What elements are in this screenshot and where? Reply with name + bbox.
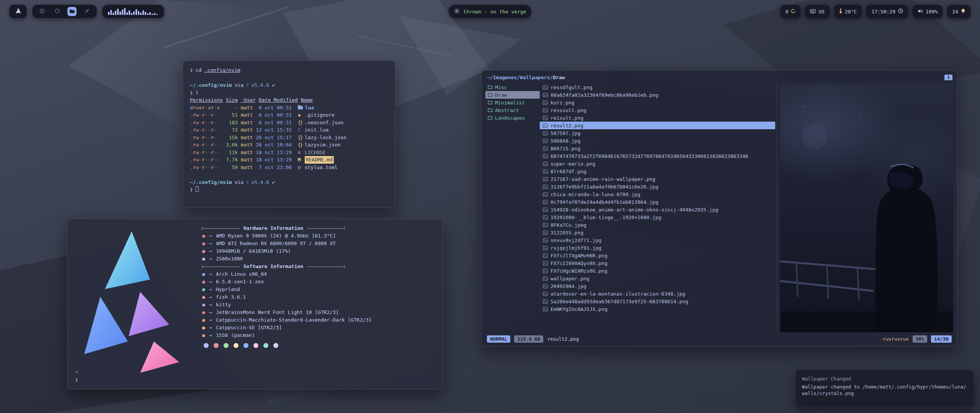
temperature-module[interactable]: 26°C — [834, 5, 862, 18]
file-item[interactable]: FXfcJlTXgAMvH6R.png — [540, 252, 775, 259]
image-file-icon — [543, 93, 548, 97]
file-item[interactable]: 217167-sad-anime-rain-wallpaper.png — [540, 175, 775, 183]
current-file-name: result2.png — [547, 336, 579, 342]
folder-item[interactable]: Draw — [485, 91, 540, 99]
file-item[interactable]: 19201080-__blue-tinge__-1920×1080.jpg — [540, 213, 775, 221]
system-info-panel: Hardware Information AMD Ryzen 9 5900X (… — [202, 224, 372, 348]
volume-module[interactable]: 100% — [912, 5, 943, 18]
clock-module[interactable]: 17:50:29 — [866, 5, 908, 18]
arrow-icon — [209, 286, 216, 293]
visualizer-bar — [126, 12, 128, 15]
file-item[interactable]: re1sult.png — [540, 114, 775, 122]
keyboard-layout-module[interactable]: US — [805, 5, 830, 18]
image-file-icon — [543, 200, 548, 204]
arrow-icon — [209, 247, 216, 255]
file-item[interactable]: 68747470733a2f2f696d616765732d7769786d70… — [540, 152, 775, 160]
speaker-icon — [918, 9, 923, 15]
software-info-row: 6.5.8-zen1-1-zen — [202, 278, 372, 286]
file-item[interactable]: wallpaper.png — [540, 275, 775, 282]
now-playing-label: thrown - on the verge — [463, 9, 526, 15]
file-item[interactable]: ressdfgult.png — [540, 83, 775, 91]
file-listing-row: .rw-r--r--15kmatt26 oct 15:17lazy-lock.j… — [190, 134, 395, 141]
image-file-icon — [543, 284, 548, 288]
visualizer-bar — [138, 11, 139, 15]
file-item[interactable]: 87r687df.png — [540, 167, 775, 175]
updates-module[interactable]: 0 — [780, 5, 801, 18]
file-item[interactable]: 0c794faf07de24a4db4d4fb1eb813964.jpg — [540, 198, 775, 206]
visualizer-bar — [124, 8, 126, 15]
file-item[interactable]: FXfcII0X0AQyn9X.png — [540, 259, 775, 267]
notification-popup[interactable]: Wallpaper Changed Wallpaper changed to /… — [795, 370, 974, 407]
file-item[interactable]: nnvuv0xj2df71.jpg — [540, 236, 775, 244]
palette-dot — [214, 343, 219, 348]
workspace-switcher — [32, 5, 97, 18]
workspace-button-chat[interactable] — [52, 7, 62, 16]
image-file-icon — [543, 307, 548, 311]
file-item[interactable]: kurz.png — [540, 99, 775, 106]
visualizer-bar — [145, 12, 146, 15]
file-listing-row: .rw-r--r--7,7kmatt18 oct 13:29README.md — [190, 156, 395, 164]
visualizer-bar — [115, 11, 116, 15]
clock-icon — [898, 8, 903, 15]
file-item[interactable]: 3126f7e9bbf21a8a4af0b67b041c6e26.jpg — [540, 183, 775, 190]
notifications-module[interactable]: 24 — [947, 5, 971, 18]
file-item[interactable]: 866715.png — [540, 145, 775, 152]
image-file-icon — [543, 116, 548, 120]
file-item[interactable]: 8FKa7Cu.jpeg — [540, 221, 775, 229]
file-item[interactable]: 596848.jpg — [540, 137, 775, 145]
shell-prompt-line: ~/.config/nvimvia☾v5.4.6✔ — [190, 81, 395, 89]
terminal-color-palette — [204, 343, 372, 348]
image-file-icon — [543, 261, 548, 265]
software-info-row: Arch Linux x86_64 — [202, 270, 372, 278]
file-item[interactable]: super-mario.png — [540, 160, 775, 167]
image-file-icon — [543, 108, 548, 112]
workspace-button-files[interactable] — [67, 7, 77, 16]
file-item[interactable]: 587597.jpg — [540, 129, 775, 137]
image-file-icon — [543, 231, 548, 235]
browser-circle-icon — [39, 8, 45, 15]
file-item[interactable]: 08a634fa02a32364f69ebc86a98eb1eb.png — [540, 91, 775, 99]
visualizer-bar — [133, 11, 135, 15]
folder-item[interactable]: Abstract — [485, 106, 540, 114]
file-item[interactable]: EeNKYgIUcAAJ5JX.png — [540, 305, 775, 313]
file-listing-row: .rw-r--r--59matt 7 oct 23:06stylua.toml — [190, 164, 395, 171]
info-icon — [202, 232, 209, 240]
file-item[interactable]: result2.png — [540, 122, 775, 129]
terminal-window-nvim[interactable]: ❯cd.config/nvim ~/.config/nvimvia☾v5.4.6… — [183, 60, 395, 208]
volume-value: 100% — [926, 9, 938, 15]
visualizer-bar — [122, 10, 123, 15]
image-file-icon — [543, 162, 548, 166]
clock-value: 17:50:29 — [871, 9, 895, 15]
file-item[interactable]: rsjqojlmjhf91.jpg — [540, 244, 775, 252]
arrow-icon — [209, 270, 216, 278]
file-type-icon — [298, 164, 305, 171]
image-file-icon — [543, 192, 548, 197]
image-file-icon — [543, 146, 548, 151]
folder-item[interactable]: Landscapes — [485, 114, 540, 122]
desktop: thrown - on the verge 0 US 26°C 17:50:29 — [0, 0, 980, 413]
file-item[interactable]: 20492984.jpg — [540, 282, 775, 290]
file-item[interactable]: 3122955.png — [540, 229, 775, 236]
thermometer-icon — [839, 8, 842, 15]
file-item[interactable]: resssult.png — [540, 106, 775, 114]
breadcrumb: ~/Imagenes/Wallpapers/Draw — [487, 75, 565, 80]
lua-icon: ☾ — [246, 82, 249, 88]
tab-badge[interactable]: 1 — [944, 75, 952, 80]
keyboard-icon — [810, 9, 816, 15]
software-info-row: fish 3.6.1 — [202, 293, 372, 301]
terminal-window-fetch[interactable]: Hardware Information AMD Ryzen 9 5900X (… — [67, 219, 443, 389]
file-manager-window[interactable]: ~/Imagenes/Wallpapers/Draw 1 Misc Draw M… — [481, 70, 957, 346]
workspace-button-browser[interactable] — [38, 7, 47, 16]
media-widget[interactable]: thrown - on the verge — [448, 5, 531, 18]
workspace-button-edit[interactable] — [82, 7, 91, 16]
file-item[interactable]: chica-mirando-la-luna-8799.jpg — [540, 190, 775, 198]
file-item[interactable]: 5a266e448add93deab367d87173e9f25-6837886… — [540, 298, 775, 305]
hardware-info-row: 10948MiB / 64183MiB (17%) — [202, 247, 372, 255]
file-item[interactable]: 154928-odinokoe_anime-art-anime-okno-sin… — [540, 206, 775, 213]
file-item[interactable]: atardecer-en-la-montanas-ilustracion-634… — [540, 290, 775, 298]
folder-item[interactable]: Misc — [485, 83, 540, 91]
folder-item[interactable]: Minimalist — [485, 99, 540, 106]
file-size-badge: 218.8 KB — [514, 335, 543, 343]
app-launcher-button[interactable] — [9, 5, 27, 18]
file-item[interactable]: FXfcHgcWIAMzs0G.png — [540, 267, 775, 275]
